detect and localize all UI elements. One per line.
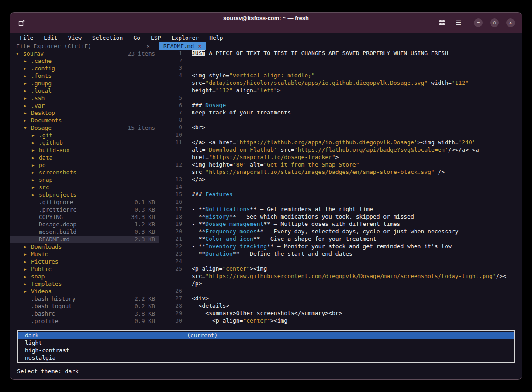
code-row: 30 <p align="center"><img — [164, 317, 522, 325]
triangle-right-icon[interactable]: ▶ — [32, 163, 39, 167]
menu-item-lsp[interactable]: LSP — [145, 35, 166, 41]
tree-item-snap[interactable]: ▶snap — [10, 273, 159, 280]
triangle-right-icon[interactable]: ▶ — [24, 89, 31, 93]
line-text — [182, 65, 192, 72]
menu-item-selection[interactable]: Selection — [87, 35, 128, 41]
triangle-right-icon[interactable]: ▶ — [24, 59, 31, 63]
tree-item-Desktop[interactable]: ▶Desktop — [10, 109, 159, 117]
code-row: 19- **Dosage management** — Multiple dos… — [164, 221, 522, 228]
triangle-right-icon[interactable]: ▶ — [24, 111, 31, 115]
triangle-right-icon[interactable]: ▶ — [24, 282, 31, 286]
line-number: 12 — [164, 161, 182, 169]
tree-item-Music[interactable]: ▶Music — [10, 250, 159, 258]
menu-item-help[interactable]: Help — [204, 35, 228, 41]
close-button[interactable]: ✕ — [506, 18, 515, 27]
tree-item-.github[interactable]: ▶.github — [10, 139, 159, 146]
triangle-right-icon[interactable]: ▶ — [24, 104, 31, 108]
code-row: 15### Features — [164, 191, 522, 198]
triangle-right-icon[interactable]: ▶ — [32, 185, 39, 190]
tree-item-subprojects[interactable]: ▶subprojects — [10, 191, 159, 198]
triangle-right-icon[interactable]: ▶ — [32, 170, 39, 175]
app-menu-button[interactable]: ☰ — [453, 17, 464, 28]
line-text: - **Dosage management** — Multiple doses… — [182, 221, 400, 228]
tree-item-.config[interactable]: ▶.config — [10, 65, 159, 72]
tree-item-README.md[interactable]: README.md2.3 KB — [10, 236, 159, 243]
tree-item-src[interactable]: ▶src — [10, 184, 159, 191]
triangle-right-icon[interactable]: ▶ — [24, 245, 31, 249]
triangle-right-icon[interactable]: ▶ — [32, 193, 39, 197]
tree-item-.git[interactable]: ▶.git — [10, 132, 159, 139]
triangle-right-icon[interactable]: ▶ — [24, 118, 31, 123]
hamburger-icon: ☰ — [456, 19, 462, 26]
triangle-right-icon[interactable]: ▶ — [32, 133, 39, 138]
tree-item-Public[interactable]: ▶Public — [10, 265, 159, 273]
tree-item-snap[interactable]: ▶snap — [10, 176, 159, 184]
tree-item-label: COPYING — [39, 214, 63, 220]
tree-item-.bash_logout[interactable]: .bash_logout0.2 KB — [10, 302, 159, 310]
theme-option-nostalgia[interactable]: nostalgia — [18, 354, 514, 361]
terminal-window: sourav@itsfoss-com: ~ — fresh ~ ☰ − ▢ ✕ … — [10, 12, 522, 380]
menu-item-edit[interactable]: Edit — [38, 35, 62, 41]
tree-item-.fonts[interactable]: ▶.fonts — [10, 72, 159, 80]
tree-item-screenshots[interactable]: ▶screenshots — [10, 169, 159, 176]
triangle-right-icon[interactable]: ▶ — [24, 96, 31, 101]
theme-option-light[interactable]: light — [18, 339, 514, 347]
tree-item-Dosage[interactable]: ▼Dosage15 items — [10, 124, 159, 132]
triangle-down-icon[interactable]: ▼ — [16, 52, 23, 56]
triangle-down-icon[interactable]: ▼ — [24, 126, 31, 130]
editor-code[interactable]: 1JUST A PIECE OF TEXT TO TEST IF CHANGES… — [159, 50, 522, 325]
tree-item-.bashrc[interactable]: .bashrc3.8 KB — [10, 310, 159, 317]
triangle-right-icon[interactable]: ▶ — [32, 148, 39, 153]
triangle-right-icon[interactable]: ▶ — [32, 178, 39, 182]
code-row: 10 — [164, 132, 522, 139]
triangle-right-icon[interactable]: ▶ — [24, 74, 31, 78]
tree-item-.gnupg[interactable]: ▶.gnupg — [10, 80, 159, 87]
tree-item-.local[interactable]: ▶.local — [10, 87, 159, 94]
tree-item-label: data — [39, 154, 52, 161]
tree-item-COPYING[interactable]: COPYING34.3 KB — [10, 213, 159, 221]
menu-item-file[interactable]: File — [14, 35, 38, 41]
tab-close-icon[interactable]: × — [198, 43, 201, 49]
triangle-right-icon[interactable]: ▶ — [24, 252, 31, 257]
menu-item-explorer[interactable]: Explorer — [166, 35, 204, 41]
triangle-right-icon[interactable]: ▶ — [24, 267, 31, 271]
menu-item-go[interactable]: Go — [128, 35, 145, 41]
code-row: 8 — [164, 117, 522, 124]
triangle-right-icon[interactable]: ▶ — [32, 141, 39, 145]
tree-item-.prettierrc[interactable]: .prettierrc0.3 KB — [10, 206, 159, 213]
tree-item-Downloads[interactable]: ▶Downloads — [10, 243, 159, 250]
tree-item-.cache[interactable]: ▶.cache — [10, 57, 159, 65]
maximize-button[interactable]: ▢ — [490, 18, 499, 27]
triangle-right-icon[interactable]: ▶ — [32, 156, 39, 160]
tree-item-build-aux[interactable]: ▶build-aux — [10, 146, 159, 154]
triangle-right-icon[interactable]: ▶ — [24, 274, 31, 279]
tree-item-Pictures[interactable]: ▶Pictures — [10, 258, 159, 265]
tree-item-meson.build[interactable]: meson.build0.3 KB — [10, 228, 159, 236]
tree-item-.ssh[interactable]: ▶.ssh — [10, 94, 159, 102]
tree-item-.var[interactable]: ▶.var — [10, 102, 159, 109]
triangle-right-icon[interactable]: ▶ — [24, 66, 31, 71]
tree-item-Videos[interactable]: ▶Videos — [10, 288, 159, 295]
explorer-close-button[interactable]: × — [146, 43, 150, 49]
tree-item-Templates[interactable]: ▶Templates — [10, 280, 159, 288]
tree-item-po[interactable]: ▶po — [10, 161, 159, 169]
line-text: src="https://snapcraft.io/static/images/… — [182, 169, 445, 176]
menu-item-view[interactable]: View — [63, 35, 87, 41]
theme-option-high-contrast[interactable]: high-contrast — [18, 347, 514, 354]
tree-item-Documents[interactable]: ▶Documents — [10, 117, 159, 124]
theme-option-dark[interactable]: dark(current) — [18, 332, 514, 339]
tree-item-.gitignore[interactable]: .gitignore0.1 KB — [10, 198, 159, 206]
triangle-right-icon[interactable]: ▶ — [24, 81, 31, 86]
minimize-button[interactable]: − — [474, 18, 483, 27]
tree-item-.bash_history[interactable]: .bash_history2.2 KB — [10, 295, 159, 302]
new-tab-button[interactable] — [16, 17, 28, 28]
tab-readme[interactable]: README.md × — [159, 42, 206, 50]
tab-overview-button[interactable] — [436, 17, 448, 28]
line-number: 30 — [164, 317, 182, 325]
triangle-right-icon[interactable]: ▶ — [24, 289, 31, 294]
tree-item-sourav[interactable]: ▼sourav23 items — [10, 50, 159, 57]
tree-item-Dosage.doap[interactable]: Dosage.doap1.2 KB — [10, 221, 159, 228]
triangle-right-icon[interactable]: ▶ — [24, 260, 31, 264]
tree-item-data[interactable]: ▶data — [10, 154, 159, 161]
tree-item-.profile[interactable]: .profile0.9 KB — [10, 317, 159, 325]
